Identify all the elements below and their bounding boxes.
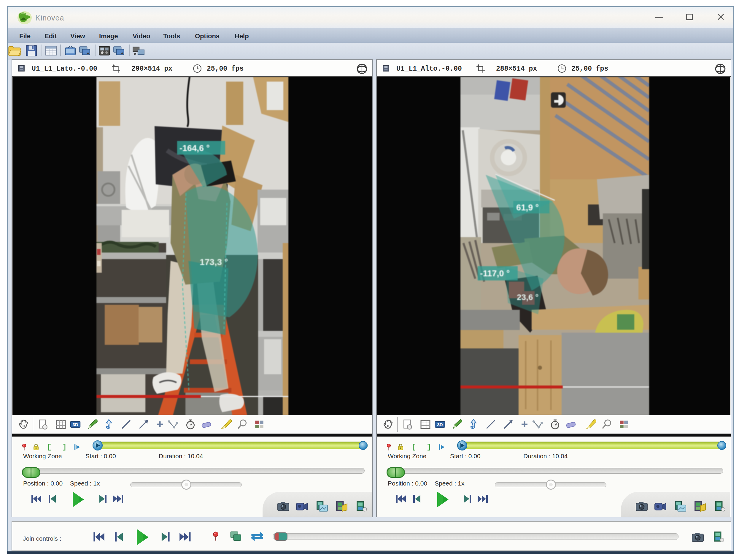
svg-text:-164,6 °: -164,6 °: [179, 143, 210, 153]
svg-text:23,6 °: 23,6 °: [517, 293, 539, 302]
svg-text:173,3 °: 173,3 °: [200, 257, 228, 267]
svg-text:-117,0 °: -117,0 °: [480, 269, 510, 278]
svg-text:61,9 °: 61,9 °: [516, 203, 539, 212]
